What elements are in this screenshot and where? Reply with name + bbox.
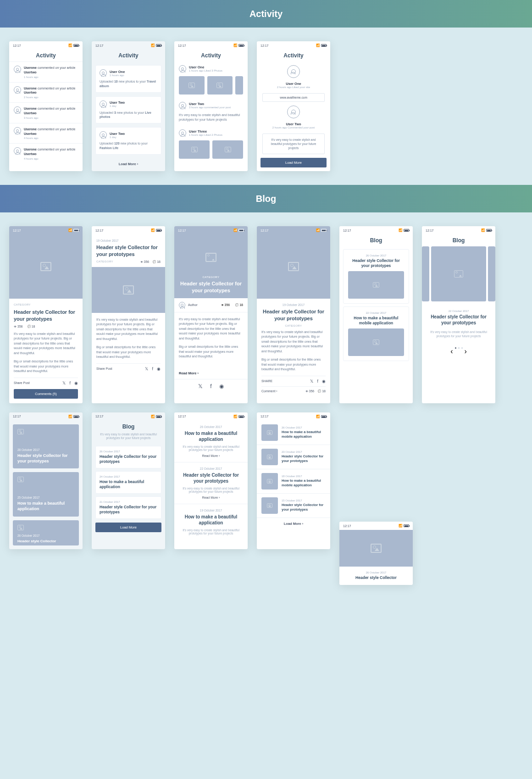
row-item[interactable]: 23 October 2017Header style Collector fo… xyxy=(257,445,330,469)
activity-card[interactable]: User Two1 dayUploaded 120 new photos to … xyxy=(95,127,161,155)
status-icons: 📶 xyxy=(316,415,327,418)
load-more-button[interactable]: Load More xyxy=(260,158,327,167)
phone-blog-4: 12:17📶 19 October 2017 Header style Coll… xyxy=(257,226,330,403)
date-label: 26 October 2017 xyxy=(179,425,243,428)
row-item[interactable]: 15 October 2017Header style Collector fo… xyxy=(257,494,330,518)
image-icon xyxy=(373,339,379,345)
blog-card[interactable]: 26 October 2017 Header style Collector f… xyxy=(343,249,409,304)
feed-item[interactable]: Userone commented on your article Usertw… xyxy=(9,82,83,103)
feed-item[interactable]: Userone commented on your article Usertw… xyxy=(9,102,83,123)
carousel-item[interactable] xyxy=(422,246,429,301)
list-card[interactable]: 26 October 2017Header style Collector fo… xyxy=(95,446,161,468)
post-block[interactable]: 19 October 2017How to make a beautiful a… xyxy=(174,504,248,540)
comments-button[interactable]: Comments (5) xyxy=(14,389,78,399)
link-box[interactable]: www.avaltheme.com xyxy=(262,93,325,102)
stack-card[interactable]: 26 October 2017Header style Collector xyxy=(13,520,79,545)
image-placeholder[interactable] xyxy=(212,140,243,159)
feed-item[interactable]: Userone commented on your article Usertw… xyxy=(9,61,83,82)
image-placeholder[interactable] xyxy=(235,76,243,95)
carousel-item[interactable] xyxy=(488,246,495,301)
signal-icon: 📶 xyxy=(316,44,320,47)
twitter-icon[interactable]: 𝕏 xyxy=(62,381,66,385)
list-card[interactable]: 24 October 2017How to make a beautiful a… xyxy=(95,471,161,494)
paragraph: Big or small descriptions for the little… xyxy=(14,359,78,374)
card-title: How to make a beautiful mobile applicati… xyxy=(348,316,404,326)
dot[interactable]: › xyxy=(465,347,467,356)
date-label: 24 October 2017 xyxy=(100,475,157,478)
status-time: 12:17 xyxy=(343,524,351,528)
dot[interactable] xyxy=(455,347,456,349)
feed-time: 3 hours ago xyxy=(24,117,78,119)
carousel[interactable] xyxy=(422,246,495,305)
blog-card[interactable]: 22 October 2017 How to make a beautiful … xyxy=(343,306,409,361)
row-title: How to make a beautiful mobile applicati… xyxy=(282,430,326,439)
row-item[interactable]: 26 October 2017How to make a beautiful m… xyxy=(257,421,330,445)
image-placeholder[interactable] xyxy=(179,140,210,159)
image-placeholder[interactable] xyxy=(207,76,233,95)
post-block[interactable]: 22 October 2017Header style Collector fo… xyxy=(174,462,248,504)
feed-text: Userone commented on your article Usertw… xyxy=(24,66,78,75)
facebook-icon[interactable]: f xyxy=(69,381,71,385)
feed-item[interactable]: Userone commented on your article Usertw… xyxy=(9,123,83,144)
image-icon xyxy=(454,270,463,278)
carousel-item[interactable] xyxy=(431,246,486,301)
avatar-icon xyxy=(287,65,300,78)
phone-blog-3: 12:17📶 CATEGORY Header style Collector f… xyxy=(174,226,248,403)
card-title: Header style Collector for your prototyp… xyxy=(427,314,491,326)
stack-card[interactable]: 28 October 2017Header style Collector fo… xyxy=(13,424,79,468)
facebook-icon[interactable]: f xyxy=(152,367,153,371)
dot[interactable] xyxy=(461,347,463,349)
card-image xyxy=(348,328,404,356)
battery-icon xyxy=(156,415,161,418)
signal-icon: 📶 xyxy=(151,228,155,232)
feed-item[interactable]: Userone commented on your article Usertw… xyxy=(9,143,83,164)
date-label: 26 October 2017 xyxy=(282,426,326,429)
paragraph: Big or small descriptions for the little… xyxy=(179,345,243,359)
load-more-link[interactable]: Load More › xyxy=(92,158,165,170)
card-user: User Two xyxy=(110,100,125,105)
comment-link[interactable]: Comment › xyxy=(261,390,277,393)
image-icon xyxy=(17,429,24,434)
twitter-icon[interactable]: 𝕏 xyxy=(310,379,313,384)
phone-blog-7: 12:17📶 28 October 2017Header style Colle… xyxy=(9,412,83,549)
article-body: It's very easy to create stylish and bea… xyxy=(92,313,165,376)
list-card[interactable]: 21 October 2017Header style Collector fo… xyxy=(95,496,161,519)
avatar-icon xyxy=(100,69,107,77)
activity-card[interactable]: User One1 hours agoUploaded 10 new photo… xyxy=(95,65,161,93)
read-more-link[interactable]: Read More › xyxy=(179,454,243,457)
facebook-icon[interactable]: f xyxy=(317,379,318,384)
stack-card[interactable]: 25 October 2017How to make a beautiful a… xyxy=(13,472,79,516)
image-icon xyxy=(373,282,379,288)
page-title: Blog xyxy=(92,421,165,433)
paragraph: Big or small descriptions for the little… xyxy=(261,357,326,372)
instagram-icon[interactable]: ◉ xyxy=(322,379,326,384)
comments-stat: 18 xyxy=(235,303,243,306)
twitter-icon[interactable]: 𝕏 xyxy=(198,383,203,390)
image-icon xyxy=(267,430,272,435)
row-item[interactable]: 18 October 2017How to make a beautiful m… xyxy=(257,469,330,494)
load-more-button[interactable]: Load More xyxy=(95,523,161,532)
dot[interactable] xyxy=(458,347,460,349)
instagram-icon[interactable]: ◉ xyxy=(74,381,78,385)
instagram-icon[interactable]: ◉ xyxy=(219,383,224,390)
load-more-link[interactable]: Load More › xyxy=(257,518,330,529)
instagram-icon[interactable]: ◉ xyxy=(157,367,161,371)
user-meta: 3 hours ago commented your post xyxy=(189,106,231,109)
post-block[interactable]: 26 October 2017How to make a beautiful a… xyxy=(174,421,248,462)
card-subtitle: It's very easy to create stylish and bea… xyxy=(427,328,491,340)
status-icons: 📶 xyxy=(399,228,409,232)
status-icons: 📶 xyxy=(68,228,79,232)
activity-card[interactable]: User Two1 dayUploaded 3 new photos to yo… xyxy=(95,96,161,124)
share-row: Share Post𝕏f◉ xyxy=(96,363,161,371)
battery-icon xyxy=(73,415,79,418)
image-placeholder[interactable] xyxy=(179,76,205,95)
hero-overlay: CATEGORY Header style Collector for your… xyxy=(174,234,248,298)
date-label: 25 October 2017 xyxy=(17,496,74,499)
twitter-icon[interactable]: 𝕏 xyxy=(145,367,148,371)
image-icon xyxy=(17,477,24,482)
status-icons: 📶 xyxy=(151,44,161,47)
dot[interactable]: ‹ xyxy=(450,347,453,356)
read-more-link[interactable]: Read More › xyxy=(174,367,248,379)
facebook-icon[interactable]: f xyxy=(210,383,211,390)
read-more-link[interactable]: Read More › xyxy=(179,496,243,499)
